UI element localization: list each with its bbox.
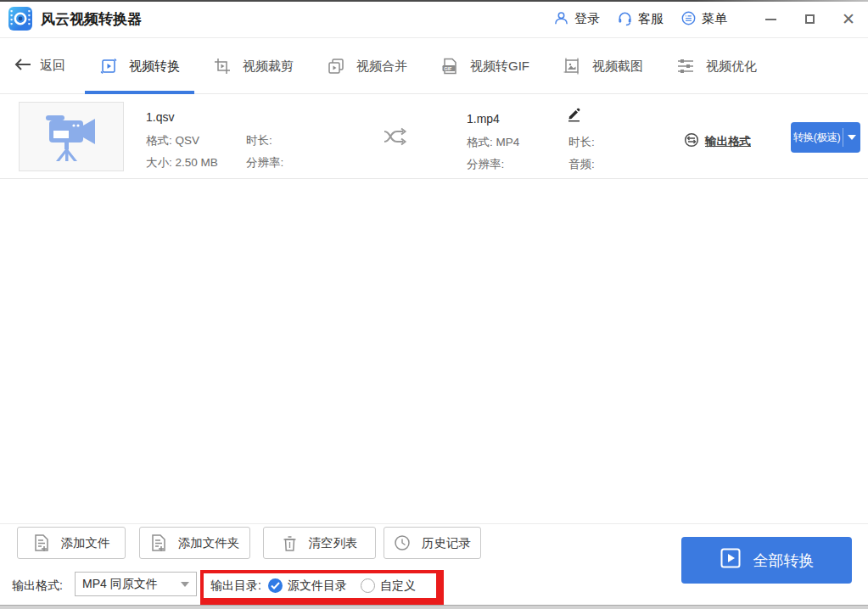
radio-custom-directory[interactable]: 自定义 [361, 578, 416, 594]
tab-label: 视频合并 [356, 59, 407, 75]
back-label: 返回 [40, 58, 65, 74]
output-directory-highlight: 输出目录: 源文件目录 自定义 [200, 570, 444, 606]
play-square-icon [720, 547, 742, 573]
add-folder-icon [150, 534, 167, 552]
tab-label: 视频转GIF [470, 59, 529, 75]
tab-video-to-gif[interactable]: GIF 视频转GIF [426, 38, 544, 94]
convert-fast-button[interactable]: 转换(极速) [791, 122, 860, 153]
app-title: 风云视频转换器 [41, 9, 142, 29]
output-format-value: MP4 同原文件 [82, 577, 158, 592]
svg-text:GIF: GIF [444, 66, 452, 71]
add-file-icon [33, 534, 50, 552]
tab-strip: 视频转换 视频裁剪 视 [85, 38, 776, 94]
window-controls: ✕ [763, 12, 856, 27]
file-list-empty-area [0, 179, 868, 523]
add-file-label: 添加文件 [61, 535, 110, 551]
minimize-button[interactable] [763, 12, 778, 27]
tab-label: 视频裁剪 [243, 59, 294, 75]
source-format: 格式: QSV [146, 133, 199, 148]
window-top-edge [0, 0, 868, 2]
tab-video-merge[interactable]: 视频合并 [312, 38, 422, 94]
output-audio: 音频: [568, 157, 595, 172]
rename-edit-icon[interactable] [566, 107, 581, 126]
tab-video-optimize[interactable]: 视频优化 [662, 38, 771, 94]
convert-all-button[interactable]: 全部转换 [681, 537, 852, 584]
tab-video-screenshot[interactable]: 视频截图 [548, 38, 658, 94]
output-format-label: 输出格式: [12, 578, 63, 594]
trash-icon [282, 534, 298, 552]
shuffle-arrows-icon [383, 126, 408, 151]
video-merge-icon [327, 57, 345, 75]
history-label: 历史记录 [422, 535, 471, 551]
login-button[interactable]: 登录 [553, 10, 600, 29]
video-camera-icon [34, 110, 109, 163]
output-format-select[interactable]: MP4 同原文件 [75, 572, 197, 596]
source-size: 大小: 2.50 MB [146, 155, 218, 170]
video-optimize-icon [676, 57, 695, 75]
titlebar: 风云视频转换器 登录 [0, 0, 868, 38]
menu-button[interactable]: 菜单 [680, 10, 727, 29]
history-button[interactable]: 历史记录 [384, 527, 481, 559]
back-arrow-icon [14, 58, 32, 74]
convert-dropdown-caret[interactable] [843, 135, 860, 140]
app-logo-icon [8, 7, 32, 31]
file-list-item[interactable]: 1.qsv 格式: QSV 大小: 2.50 MB 时长: 分辨率: 1.mp4… [0, 95, 868, 179]
login-label: 登录 [574, 11, 600, 27]
bottom-toolbar: 添加文件 添加文件夹 清空列表 [0, 523, 868, 605]
tab-video-crop[interactable]: 视频裁剪 [199, 38, 308, 94]
back-button[interactable]: 返回 [14, 38, 65, 93]
clock-icon [394, 534, 411, 551]
video-convert-icon [99, 57, 118, 75]
video-to-gif-icon: GIF [440, 57, 459, 75]
convert-fast-label: 转换(极速) [791, 131, 843, 145]
radio-unchecked-icon [361, 578, 375, 593]
convert-all-label: 全部转换 [753, 550, 815, 571]
desktop-background-strip [0, 605, 868, 609]
output-format-link[interactable]: 输出格式 [684, 132, 751, 150]
radio-custom-label: 自定义 [380, 578, 416, 594]
add-folder-button[interactable]: 添加文件夹 [139, 527, 250, 559]
add-file-button[interactable]: 添加文件 [17, 527, 126, 559]
support-button[interactable]: 客服 [617, 10, 664, 29]
app-window: 风云视频转换器 登录 [0, 0, 868, 605]
tab-label: 视频转换 [129, 59, 180, 75]
add-folder-label: 添加文件夹 [178, 535, 240, 551]
maximize-button[interactable] [802, 12, 817, 27]
user-icon [553, 10, 569, 29]
tab-video-convert[interactable]: 视频转换 [85, 38, 194, 94]
titlebar-actions: 登录 客服 [553, 0, 856, 38]
close-button[interactable]: ✕ [841, 12, 856, 27]
source-resolution: 分辨率: [246, 155, 283, 170]
source-duration: 时长: [246, 133, 272, 148]
video-thumbnail [19, 102, 124, 171]
video-crop-icon [213, 57, 232, 75]
headset-icon [617, 10, 633, 29]
video-screenshot-icon [563, 57, 581, 75]
output-duration: 时长: [568, 135, 595, 150]
output-file-name: 1.mp4 [467, 112, 500, 126]
select-caret-icon [181, 582, 189, 587]
nav-bar: 返回 视频转换 [0, 38, 868, 94]
menu-icon [680, 10, 697, 29]
tab-label: 视频截图 [592, 59, 643, 75]
radio-checked-icon [268, 578, 283, 593]
output-format: 格式: MP4 [467, 135, 519, 150]
radio-source-directory-label: 源文件目录 [288, 578, 347, 594]
support-label: 客服 [638, 11, 664, 27]
output-directory-label: 输出目录: [210, 578, 261, 594]
clear-list-button[interactable]: 清空列表 [263, 527, 376, 559]
radio-source-directory[interactable]: 源文件目录 [268, 578, 347, 594]
output-resolution: 分辨率: [467, 157, 504, 172]
source-file-name: 1.qsv [146, 110, 174, 124]
output-format-icon [684, 132, 699, 150]
output-directory-options: 源文件目录 自定义 [268, 578, 416, 594]
tab-label: 视频优化 [706, 59, 757, 75]
clear-list-label: 清空列表 [309, 535, 358, 551]
menu-label: 菜单 [702, 11, 727, 27]
